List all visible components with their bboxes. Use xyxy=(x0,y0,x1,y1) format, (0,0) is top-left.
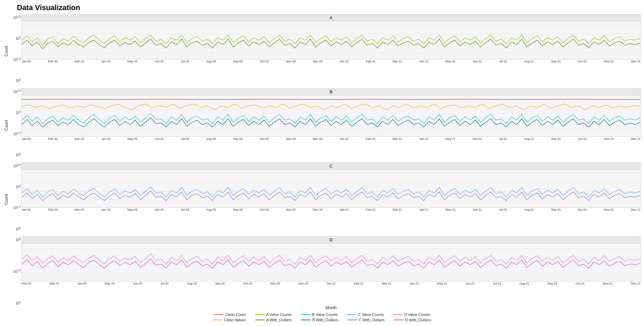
legend-clean-count: Clean Count xyxy=(214,313,246,317)
x-ticks-B: Jan-20Feb-20Mar-20Apr-20May-20Jun-20Jul-… xyxy=(22,137,641,141)
y-tick-labels-D: 102 101.5 101 xyxy=(9,236,22,310)
y-axis-label-C: Count xyxy=(3,162,9,237)
legend-label-c-outlier: C With_Outliers xyxy=(359,318,385,322)
legend-label-b-outlier: B With_Outliers xyxy=(312,318,338,322)
legend-line-b-value xyxy=(301,314,311,315)
x-ticks-A: Jan-20Feb-20Mar-20Apr-20May-20Jun-20Jul-… xyxy=(22,59,641,63)
legend-row-1: Clean Count A Value Counts B Value Count… xyxy=(214,313,430,317)
legend-line-a-outlier xyxy=(255,320,265,320)
main-container: Data Visualization Count 102.5 102 101.5… xyxy=(0,0,644,326)
legend-b-value-counts: B Value Counts xyxy=(301,313,338,317)
legend-d-with-outliers: D With_Outliers xyxy=(394,318,431,322)
x-axis-label: Month xyxy=(22,305,641,310)
chart-with-yaxis-A: 102.5 102 101.5 101 A xyxy=(9,14,641,88)
legend-line-c-outlier xyxy=(348,320,357,320)
chart-header-C: C xyxy=(22,163,640,170)
legend-label-a-outlier: A With_Outliers xyxy=(266,318,292,322)
y-tick-labels-A: 102.5 102 101.5 101 xyxy=(9,14,22,88)
legend-a-with-outliers: A With_Outliers xyxy=(255,318,292,322)
y-axis-label-D xyxy=(3,236,9,310)
y-axis-label-A: Count xyxy=(3,14,9,88)
chart-with-yaxis-B: 102.5 102 101.5 101 B xyxy=(9,88,641,162)
y-tick-labels-B: 102.5 102 101.5 101 xyxy=(9,88,22,162)
x-axis-A: Jan-20Feb-20Mar-20Apr-20May-20Jun-20Jul-… xyxy=(22,59,641,88)
chart-box-A: A xyxy=(22,14,641,59)
y-tick-labels-C: 102.5 102 101.5 101 xyxy=(9,162,22,237)
legend-label-d-outlier: D With_Outliers xyxy=(405,318,431,322)
chart-header-A: A xyxy=(22,14,640,21)
legend-line-clean-count xyxy=(214,314,223,315)
chart-header-B: B xyxy=(22,89,640,95)
legend-area: Clean Count A Value Counts B Value Count… xyxy=(3,310,641,323)
legend-label-d-value: D Value Counts xyxy=(404,313,430,317)
panel-B: Count 102.5 102 101.5 101 B xyxy=(3,88,641,162)
panel-D: 102 101.5 101 D xyxy=(3,236,641,310)
panel-A: Count 102.5 102 101.5 101 A xyxy=(3,14,641,88)
chart-header-D: D xyxy=(22,237,640,243)
page-title: Data Visualization xyxy=(17,3,641,12)
legend-b-with-outliers: B With_Outliers xyxy=(301,318,338,322)
legend-line-d-outlier xyxy=(394,320,404,320)
chart-svg-C xyxy=(22,170,640,207)
chart-box-D: D xyxy=(22,236,641,281)
x-axis-C: Jan-20Feb-20Mar-20Apr-20May-20Jun-20Jul-… xyxy=(22,208,641,237)
legend-line-c-value xyxy=(347,314,356,315)
chart-svg-B xyxy=(22,95,640,137)
legend-line-clean-values xyxy=(213,320,222,320)
legend-label-a-value: A Value Counts xyxy=(266,313,292,317)
svg-rect-10 xyxy=(22,170,640,207)
legend-a-value-counts: A Value Counts xyxy=(255,313,292,317)
svg-rect-5 xyxy=(22,95,640,137)
legend-c-value-counts: C Value Counts xyxy=(347,313,384,317)
legend-label-c-value: C Value Counts xyxy=(358,313,384,317)
x-ticks-D: Feb-20Mar-20Apr-20May-20Jun-20Jul-20Aug-… xyxy=(22,281,641,285)
chart-box-C: C xyxy=(22,162,641,208)
x-axis-D: Feb-20Mar-20Apr-20May-20Jun-20Jul-20Aug-… xyxy=(22,281,641,305)
panel-C: Count 102.5 102 101.5 101 C xyxy=(3,162,641,237)
legend-row-2: Clean Values A With_Outliers B With_Outl… xyxy=(213,318,431,322)
legend-c-with-outliers: C With_Outliers xyxy=(348,318,385,322)
legend-clean-values: Clean Values xyxy=(213,318,246,322)
legend-d-value-counts: D Value Counts xyxy=(393,313,430,317)
legend-line-d-value xyxy=(393,314,402,315)
chart-with-yaxis-C: 102.5 102 101.5 101 C xyxy=(9,162,641,237)
chart-svg-A xyxy=(22,21,640,59)
chart-box-B: B xyxy=(22,88,641,137)
charts-area: Count 102.5 102 101.5 101 A xyxy=(3,14,641,323)
chart-svg-D xyxy=(22,243,640,281)
legend-label-b-value: B Value Counts xyxy=(312,313,338,317)
x-axis-B: Jan-20Feb-20Mar-20Apr-20May-20Jun-20Jul-… xyxy=(22,137,641,162)
y-axis-label-B: Count xyxy=(3,88,9,162)
legend-line-b-outlier xyxy=(301,320,311,320)
legend-label-clean-count: Clean Count xyxy=(225,313,246,317)
x-ticks-C: Jan-20Feb-20Mar-20Apr-20May-20Jun-20Jul-… xyxy=(22,208,641,211)
chart-with-yaxis-D: 102 101.5 101 D xyxy=(9,236,641,310)
legend-line-a-value xyxy=(255,314,265,315)
legend-label-clean-values: Clean Values xyxy=(224,318,246,322)
